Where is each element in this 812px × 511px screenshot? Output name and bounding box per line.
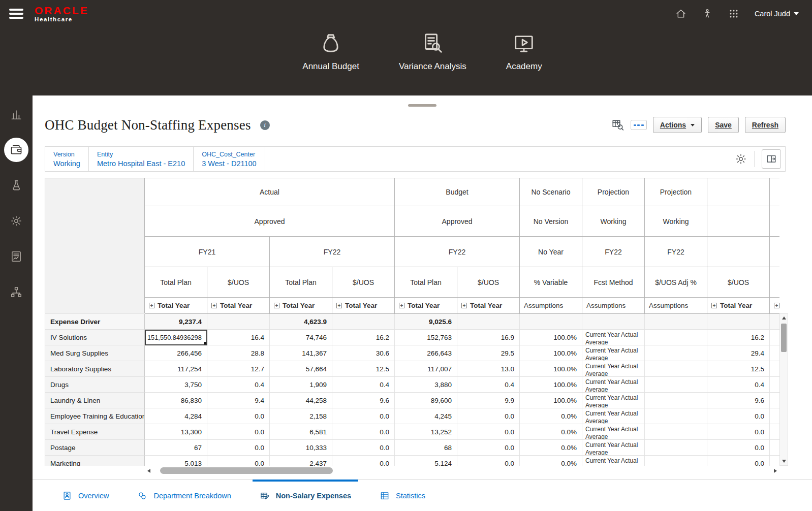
grid-cell[interactable] xyxy=(645,393,707,408)
grid-cell[interactable]: 0.4 xyxy=(207,377,270,393)
column-header[interactable]: $/UOS Adj % xyxy=(645,267,707,298)
column-header[interactable]: No Year xyxy=(520,237,582,267)
grid-cell[interactable] xyxy=(770,361,779,377)
grid-cell[interactable] xyxy=(520,314,582,330)
column-header[interactable] xyxy=(707,178,770,206)
grid-cell[interactable] xyxy=(770,424,779,440)
grid-cell[interactable]: 16.4 xyxy=(207,330,270,345)
column-header[interactable] xyxy=(770,178,779,206)
column-header[interactable]: +Total Year xyxy=(457,298,520,314)
grid-cell[interactable]: Current Year Actual Average xyxy=(582,424,645,440)
grid-cell[interactable]: Current Year Actual Average xyxy=(582,330,645,345)
column-header[interactable]: Working xyxy=(582,206,645,237)
grid-cell[interactable]: 0.0% xyxy=(520,440,582,456)
grid-cell[interactable] xyxy=(582,314,645,330)
tab-overview[interactable]: Overview xyxy=(62,480,109,511)
column-header[interactable]: Actual xyxy=(145,178,395,206)
grid-cell[interactable]: Current Year Actual Average xyxy=(582,345,645,361)
grid-cell[interactable]: 30.6 xyxy=(332,345,395,361)
grid-cell[interactable] xyxy=(645,345,707,361)
app-grid-button[interactable] xyxy=(728,8,739,19)
tab-statistics[interactable]: Statistics xyxy=(380,480,425,511)
column-header[interactable]: +Total Year xyxy=(395,298,457,314)
column-header[interactable]: $/UOS xyxy=(457,267,520,298)
info-icon[interactable]: i xyxy=(260,120,270,130)
column-header[interactable]: Projection xyxy=(645,178,707,206)
grid-cell[interactable]: 29.5 xyxy=(457,345,520,361)
column-header[interactable]: $/UOS xyxy=(207,267,270,298)
grid-cell[interactable]: 0.0 xyxy=(207,424,270,440)
vertical-scrollbar[interactable] xyxy=(779,313,788,466)
grid-cell[interactable]: Current Year Actual Average xyxy=(582,377,645,393)
grid-cell[interactable]: 100.0% xyxy=(520,377,582,393)
grid-cell[interactable]: 2,437 xyxy=(270,456,332,466)
column-header[interactable] xyxy=(707,237,770,267)
grid-cell[interactable] xyxy=(770,377,779,393)
grid-cell[interactable]: 4,623.9 xyxy=(270,314,332,330)
pov-member-link[interactable]: 3 West - D21100 xyxy=(202,159,256,168)
column-header[interactable]: Total Plan xyxy=(270,267,332,298)
grid-cell[interactable]: Current Year Actual Average xyxy=(582,393,645,408)
grid-cell[interactable]: 0.0 xyxy=(707,424,770,440)
grid-cell[interactable]: 100.0% xyxy=(520,393,582,408)
expand-icon[interactable]: + xyxy=(711,303,717,308)
column-header[interactable]: FY22 xyxy=(645,237,707,267)
user-menu[interactable]: Carol Judd xyxy=(755,10,799,18)
grid-cell[interactable]: 0.0 xyxy=(207,440,270,456)
column-header[interactable]: FY22 xyxy=(270,237,395,267)
column-header[interactable]: % Variable xyxy=(520,267,582,298)
grid-cell[interactable]: 5,013 xyxy=(145,456,207,466)
row-label[interactable]: Travel Expense xyxy=(45,424,145,440)
grid-cell[interactable] xyxy=(332,314,395,330)
grid-cell[interactable]: 0.0 xyxy=(707,440,770,456)
grid-cell[interactable]: 0.0 xyxy=(332,456,395,466)
column-header[interactable]: Approved xyxy=(145,206,395,237)
grid-cell[interactable]: 100.0% xyxy=(520,361,582,377)
grid-cell[interactable] xyxy=(770,456,779,466)
grid-cell[interactable]: 0.0 xyxy=(207,456,270,466)
grid-cell[interactable]: 9.6 xyxy=(707,393,770,408)
grid-cell[interactable]: 16.2 xyxy=(707,330,770,345)
tab-department-breakdown[interactable]: Department Breakdown xyxy=(137,480,231,511)
expand-icon[interactable]: + xyxy=(461,303,467,308)
column-header[interactable] xyxy=(770,206,779,237)
grid-cell[interactable]: 100.0% xyxy=(520,330,582,345)
grid-cell[interactable] xyxy=(770,314,779,330)
grid-cell[interactable]: 57,664 xyxy=(270,361,332,377)
save-button[interactable]: Save xyxy=(708,117,739,133)
cell-fill-handle[interactable] xyxy=(204,342,207,345)
grid-cell[interactable]: 9.9 xyxy=(457,393,520,408)
grid-cell[interactable]: 0.0 xyxy=(457,408,520,424)
pov-member-link[interactable]: Working xyxy=(53,159,80,168)
grid-cell[interactable]: 67 xyxy=(145,440,207,456)
grid-cell[interactable]: Current Year Actual Average xyxy=(582,408,645,424)
grid-cell[interactable]: 0.0 xyxy=(457,424,520,440)
column-header[interactable]: Projection xyxy=(582,178,645,206)
expand-icon[interactable]: + xyxy=(336,303,342,308)
person-button[interactable] xyxy=(702,8,713,19)
grid-cell[interactable]: 86,830 xyxy=(145,393,207,408)
sidebar-item-reports[interactable] xyxy=(4,244,28,269)
row-label[interactable]: IV Solutions xyxy=(45,330,145,345)
expand-icon[interactable]: + xyxy=(399,303,404,308)
grid-cell[interactable]: 13,300 xyxy=(145,424,207,440)
grid-cell[interactable] xyxy=(770,408,779,424)
column-header[interactable]: Assumptions xyxy=(582,298,645,314)
pov-ohc-cost-center[interactable]: OHC_Cost_Center3 West - D21100 xyxy=(194,147,265,171)
grid-cell[interactable]: 0.0% xyxy=(520,424,582,440)
grid-cell[interactable] xyxy=(645,361,707,377)
sidebar-item-analytics[interactable] xyxy=(4,102,28,126)
column-header[interactable]: Budget xyxy=(395,178,520,206)
column-header[interactable]: +Total Year xyxy=(707,298,770,314)
grid-cell[interactable]: 0.0 xyxy=(707,456,770,466)
nav-card-annual-budget[interactable]: Annual Budget xyxy=(302,31,359,72)
horizontal-scroll-thumb[interactable] xyxy=(160,467,333,474)
column-header[interactable]: $/UOS xyxy=(770,267,779,298)
grid-cell[interactable] xyxy=(770,345,779,361)
grid-cell[interactable]: 100.0% xyxy=(520,345,582,361)
hamburger-menu-icon[interactable] xyxy=(9,7,23,21)
grid-cell[interactable]: Current Year Actual Average xyxy=(582,456,645,466)
grid-cell[interactable] xyxy=(645,330,707,345)
grid-cell[interactable]: 10,333 xyxy=(270,440,332,456)
grid-cell[interactable]: 13.0 xyxy=(457,361,520,377)
